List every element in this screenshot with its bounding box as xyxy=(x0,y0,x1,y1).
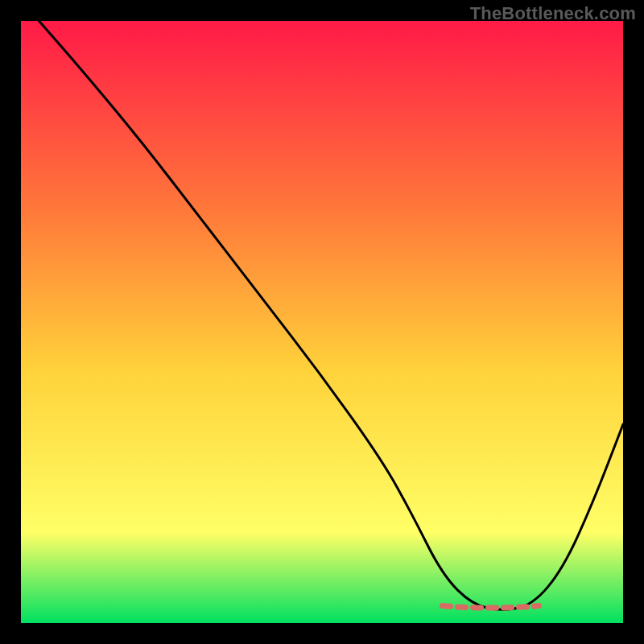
watermark-text: TheBottleneck.com xyxy=(470,3,636,24)
plot-svg xyxy=(21,21,623,623)
gradient-background xyxy=(21,21,623,623)
chart-frame: TheBottleneck.com xyxy=(0,0,644,644)
plot-area xyxy=(21,21,623,623)
highlight-segment xyxy=(443,606,539,609)
